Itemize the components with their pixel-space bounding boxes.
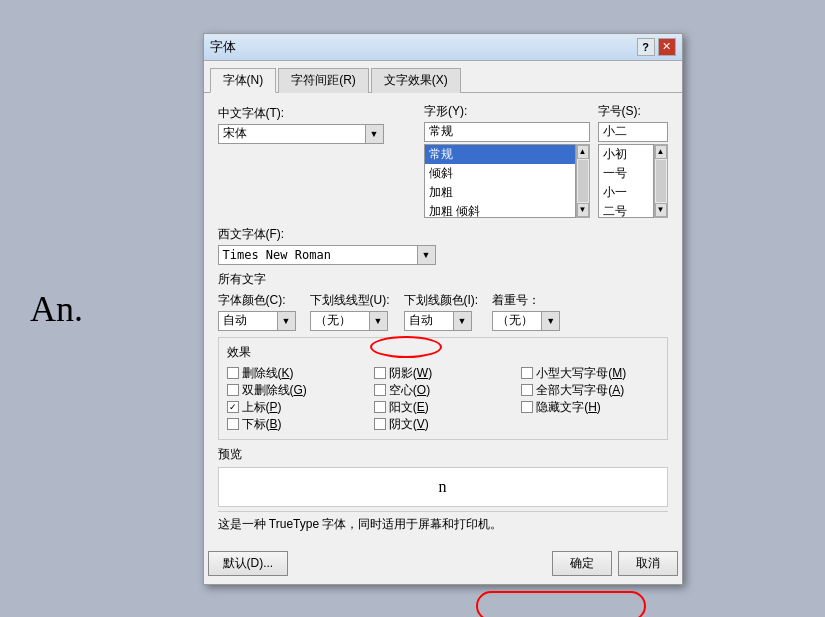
effect-hidden-label: 隐藏文字(H)	[536, 399, 601, 416]
effect-allcaps-checkbox[interactable]	[521, 384, 533, 396]
underline-color-dropdown-btn[interactable]: ▼	[454, 311, 472, 331]
effect-strikethrough-label: 删除线(K)	[242, 365, 294, 382]
effect-engrave: 阴文(V)	[374, 416, 511, 433]
effect-subscript-checkbox[interactable]	[227, 418, 239, 430]
ok-button[interactable]: 确定	[552, 551, 612, 576]
western-font-dropdown-btn[interactable]: ▼	[418, 245, 436, 265]
preview-section: 预览 n	[218, 446, 668, 507]
style-scroll-up[interactable]: ▲	[577, 145, 589, 159]
chinese-font-label: 中文字体(T):	[218, 103, 417, 122]
effect-outline-label: 空心(O)	[389, 382, 430, 399]
style-scrollbar[interactable]: ▲ ▼	[576, 144, 590, 218]
emphasis-select[interactable]: （无） ▼	[492, 311, 560, 331]
tab-effects[interactable]: 文字效果(X)	[371, 68, 461, 93]
font-color-label: 字体颜色(C):	[218, 292, 296, 309]
all-text-row: 字体颜色(C): 自动 ▼ 下划线线型(U): （无） ▼ 下划线颜色(I): …	[218, 292, 668, 331]
tab-font[interactable]: 字体(N)	[210, 68, 277, 93]
emphasis-label: 着重号：	[492, 292, 560, 309]
effect-smallcaps: 小型大写字母(M)	[521, 365, 658, 382]
size-item-3[interactable]: 小一	[599, 183, 653, 202]
underline-style-select[interactable]: （无） ▼	[310, 311, 390, 331]
cancel-button[interactable]: 取消	[618, 551, 678, 576]
help-button[interactable]: ?	[637, 38, 655, 56]
titlebar: 字体 ? ✕	[204, 34, 682, 61]
font-style-label: 字形(Y):	[424, 103, 589, 120]
tab-bar: 字体(N) 字符间距(R) 文字效果(X)	[204, 61, 682, 93]
chinese-font-select[interactable]: 宋体 ▼	[218, 124, 384, 144]
size-scrollbar[interactable]: ▲ ▼	[654, 144, 668, 218]
emphasis-field: 着重号： （无） ▼	[492, 292, 560, 331]
size-scroll-thumb[interactable]	[656, 160, 666, 202]
effects-section: 效果 删除线(K) 双删除线(G) 上标(P)	[218, 337, 668, 440]
underline-style-label: 下划线线型(U):	[310, 292, 390, 309]
ok-cancel-circle-highlight	[476, 591, 646, 618]
all-text-section-title: 所有文字	[218, 271, 668, 288]
style-item-italic[interactable]: 倾斜	[425, 164, 574, 183]
effect-strikethrough-checkbox[interactable]	[227, 367, 239, 379]
font-size-list: 小初 一号 小一 二号 小二 ▲ ▼	[598, 144, 668, 218]
chinese-font-dropdown-btn[interactable]: ▼	[366, 124, 384, 144]
chinese-font-value: 宋体	[218, 124, 366, 144]
underline-color-select[interactable]: 自动 ▼	[404, 311, 479, 331]
close-button[interactable]: ✕	[658, 38, 676, 56]
size-scroll-up[interactable]: ▲	[655, 145, 667, 159]
info-text: 这是一种 TrueType 字体，同时适用于屏幕和打印机。	[218, 516, 668, 533]
underline-color-field: 下划线颜色(I): 自动 ▼	[404, 292, 479, 331]
effect-outline-checkbox[interactable]	[374, 384, 386, 396]
effect-shadow: 阴影(W)	[374, 365, 511, 382]
effect-emboss: 阳文(E)	[374, 399, 511, 416]
effect-superscript-checkbox[interactable]	[227, 401, 239, 413]
font-style-input[interactable]: 常规	[424, 122, 589, 142]
underline-color-value: 自动	[404, 311, 454, 331]
size-scroll-down[interactable]: ▼	[655, 203, 667, 217]
effect-engrave-checkbox[interactable]	[374, 418, 386, 430]
titlebar-buttons: ? ✕	[637, 38, 676, 56]
effect-superscript-label: 上标(P)	[242, 399, 282, 416]
default-button[interactable]: 默认(D)...	[208, 551, 289, 576]
underline-style-value: （无）	[310, 311, 370, 331]
font-style-list: 常规 倾斜 加粗 加粗 倾斜 ▲ ▼	[424, 144, 589, 218]
effect-emboss-checkbox[interactable]	[374, 401, 386, 413]
effect-shadow-checkbox[interactable]	[374, 367, 386, 379]
size-item-1[interactable]: 小初	[599, 145, 653, 164]
effects-title: 效果	[227, 344, 659, 361]
effect-smallcaps-label: 小型大写字母(M)	[536, 365, 626, 382]
preview-box: n	[218, 467, 668, 507]
effect-shadow-label: 阴影(W)	[389, 365, 432, 382]
effect-hidden-checkbox[interactable]	[521, 401, 533, 413]
style-item-bold[interactable]: 加粗	[425, 183, 574, 202]
effect-superscript: 上标(P)	[227, 399, 364, 416]
bottom-buttons: 默认(D)... 确定 取消	[204, 551, 682, 584]
preview-char: n	[439, 478, 447, 496]
style-scroll-thumb[interactable]	[578, 160, 588, 202]
style-scroll-down[interactable]: ▼	[577, 203, 589, 217]
effect-outline: 空心(O)	[374, 382, 511, 399]
font-color-dropdown-btn[interactable]: ▼	[278, 311, 296, 331]
side-preview-text: An.	[30, 289, 83, 329]
underline-style-dropdown-btn[interactable]: ▼	[370, 311, 388, 331]
effect-subscript-label: 下标(B)	[242, 416, 282, 433]
font-color-value: 自动	[218, 311, 278, 331]
effect-double-strikethrough-checkbox[interactable]	[227, 384, 239, 396]
font-dialog: 字体 ? ✕ 字体(N) 字符间距(R) 文字效果(X) 中文字体(T): 宋体…	[203, 33, 683, 585]
effects-col3: 小型大写字母(M) 全部大写字母(A) 隐藏文字(H)	[521, 365, 658, 433]
font-size-label: 字号(S):	[598, 103, 668, 120]
font-color-select[interactable]: 自动 ▼	[218, 311, 296, 331]
effects-col1: 删除线(K) 双删除线(G) 上标(P) 下标(B)	[227, 365, 364, 433]
western-font-select[interactable]: Times New Roman ▼	[218, 245, 436, 265]
style-item-bolditalic[interactable]: 加粗 倾斜	[425, 202, 574, 218]
effect-subscript: 下标(B)	[227, 416, 364, 433]
effects-col2: 阴影(W) 空心(O) 阳文(E) 阴文(V)	[374, 365, 511, 433]
effect-double-strikethrough: 双删除线(G)	[227, 382, 364, 399]
style-item-regular[interactable]: 常规	[425, 145, 574, 164]
font-size-input[interactable]: 小二	[598, 122, 668, 142]
emphasis-dropdown-btn[interactable]: ▼	[542, 311, 560, 331]
underline-style-field: 下划线线型(U): （无） ▼	[310, 292, 390, 331]
size-item-2[interactable]: 一号	[599, 164, 653, 183]
ok-cancel-buttons: 确定 取消	[552, 551, 678, 576]
dialog-title: 字体	[210, 38, 236, 56]
size-item-4[interactable]: 二号	[599, 202, 653, 218]
tab-spacing[interactable]: 字符间距(R)	[278, 68, 369, 93]
western-font-label: 西文字体(F):	[218, 224, 668, 243]
effect-smallcaps-checkbox[interactable]	[521, 367, 533, 379]
